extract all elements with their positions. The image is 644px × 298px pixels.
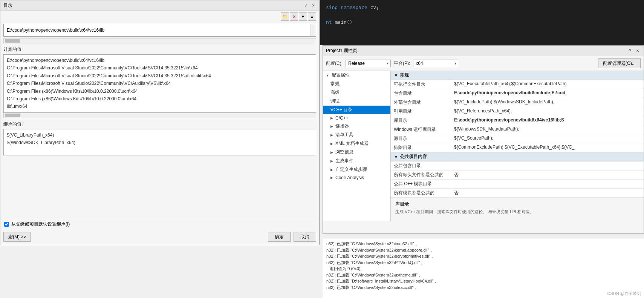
move-up-icon-btn[interactable]: ▲ (308, 12, 316, 21)
tree-item-linker[interactable]: ▶ 链接器 (323, 122, 390, 131)
tree-item-cpp[interactable]: ▶ C/C++ (323, 114, 390, 122)
props-row-src-path[interactable]: 源目录 $(VC_SourcePath); (391, 134, 644, 143)
props-section-general: ▼ 常规 (391, 71, 644, 80)
dir-help-button[interactable]: ? (303, 3, 309, 9)
tree-item-browse[interactable]: ▶ 浏览信息 (323, 148, 390, 157)
tree-item-vcpp-dirs[interactable]: VC++ 目录 (323, 106, 390, 114)
macro-button[interactable]: 宏(M) >> (3, 232, 31, 242)
platform-label: 平台(P): (394, 60, 410, 67)
dir-dialog: 目录 ? ✕ 📁 ✕ ▼ ▲ E:\code\python\opencv\ope… (0, 0, 320, 245)
dir-cancel-button[interactable]: 取消 (294, 232, 316, 242)
console-line-6: n32): 已加载 "C:\Windows\System32\uxtheme.d… (326, 272, 640, 278)
tree-item-xml[interactable]: ▶ XML 文档生成器 (323, 139, 390, 148)
props-name-all-modules-public: 所有模块都是公共的 (391, 189, 451, 197)
props-row-all-headers-public[interactable]: 所有标头文件都是公共的 否 (391, 171, 644, 180)
props-row-ext-include[interactable]: 外部包含目录 $(VC_IncludePath);$(WindowsSDK_In… (391, 98, 644, 107)
props-row-include-path[interactable]: 包含目录 E:\code\python\opencv\opencv\build\… (391, 89, 644, 98)
props-desc-text: 生成 VC++ 项目期间，搜索库文件时使用的路径。 与环境变量 LIB 相对应。 (395, 209, 639, 215)
code-line-3: nt main() (326, 18, 638, 26)
watermark: CSDN @谷子带剑 (607, 291, 641, 296)
props-grid: ▼ 常规 可执行文件目录 $(VC_ExecutablePath_x64);$(… (391, 71, 644, 221)
computed-line-2: C:\Program Files\Microsoft Visual Studio… (7, 64, 313, 72)
config-select[interactable]: Release Debug (346, 60, 391, 67)
delete-icon-btn[interactable]: ✕ (290, 12, 298, 21)
props-row-all-modules-public[interactable]: 所有模块都是公共的 否 (391, 189, 644, 198)
tree-label-advanced: 高级 (330, 89, 340, 96)
dir-close-button[interactable]: ✕ (310, 3, 316, 9)
tree-arrow-cpp: ▶ (330, 116, 333, 120)
tree-label-vcpp-dirs: VC++ 目录 (330, 107, 352, 113)
computed-line-7: lib\um\x64 (7, 103, 313, 110)
tree-arrow-custom-build: ▶ (330, 168, 333, 172)
tree-arrow-manifest: ▶ (330, 133, 333, 137)
inherit-checkbox-row: 从父级或项目默认设置继承(I) (0, 218, 319, 230)
props-name-all-headers-public: 所有标头文件都是公共的 (391, 171, 451, 179)
computed-line-4: C:\Program Files\Microsoft Visual Studio… (7, 80, 313, 87)
computed-section: 计算的值: E:\code\python\opencv\opencv\build… (0, 45, 319, 113)
dir-path-hscrollbar[interactable] (3, 38, 316, 43)
section-arrow-general: ▼ (394, 73, 398, 78)
props-close-button[interactable]: ✕ (635, 48, 641, 54)
inherit-label[interactable]: 从父级或项目默认设置继承(I) (11, 221, 70, 227)
inherited-line-2: $(WindowsSDK_LibraryPath_x64) (7, 139, 313, 146)
props-row-exe-path[interactable]: 可执行文件目录 $(VC_ExecutablePath_x64);$(Commo… (391, 80, 644, 89)
path-scrollbar-right (311, 24, 316, 36)
dir-ok-button[interactable]: 确定 (268, 232, 291, 242)
tree-item-manifest[interactable]: ▶ 清单工具 (323, 131, 390, 139)
props-dialog-titlebar: Project1 属性页 ? ✕ (323, 46, 644, 56)
move-down-icon-btn[interactable]: ▼ (299, 12, 307, 21)
tree-item-code-analysis[interactable]: ▶ Code Analysis (323, 174, 390, 181)
computed-content[interactable]: E:\code\python\opencv\opencv\build\x64\v… (3, 54, 316, 113)
tree-label-code-analysis: Code Analysis (335, 175, 364, 180)
platform-select[interactable]: x64 x86 (413, 60, 458, 67)
props-name-winrt-path: Windows 运行库目录 (391, 125, 451, 134)
props-row-excl-path[interactable]: 排除目录 $(CommonExcludePath);$(VC_Executabl… (391, 143, 644, 152)
props-name-include-path: 包含目录 (391, 89, 451, 98)
inherited-content[interactable]: $(VC_LibraryPath_x64) $(WindowsSDK_Libra… (3, 129, 316, 155)
props-row-ref-path[interactable]: 引用目录 $(VC_ReferencesPath_x64); (391, 107, 644, 116)
tree-item-debug[interactable]: 调试 (323, 97, 390, 106)
computed-line-3: C:\Program Files\Microsoft Visual Studio… (7, 72, 313, 80)
tree-label-browse: 浏览信息 (335, 149, 353, 155)
props-name-src-path: 源目录 (391, 134, 451, 143)
props-row-pub-module-dirs[interactable]: 公共 C++ 模块目录 (391, 180, 644, 189)
inherit-checkbox[interactable] (4, 222, 9, 227)
tree-label-config-props: 配置属性 (332, 72, 350, 78)
tree-item-build-events[interactable]: ▶ 生成事件 (323, 157, 390, 165)
dir-title-buttons: ? ✕ (303, 3, 316, 9)
props-value-all-modules-public: 否 (451, 189, 644, 197)
props-help-button[interactable]: ? (627, 48, 633, 54)
props-row-lib-path[interactable]: 库目录 E:\code\python\opencv\opencv\build\x… (391, 116, 644, 125)
props-name-excl-path: 排除目录 (391, 143, 451, 152)
platform-select-wrapper: x64 x86 (413, 60, 458, 67)
code-editor-bg: sing namespace cv; nt main() (320, 0, 644, 45)
console-line-8: n32): 已加载 "C:\Windows\System32\oleacc.dl… (326, 284, 640, 291)
config-label: 配置(C): (326, 60, 343, 67)
props-config-bar: 配置(C): Release Debug 平台(P): x64 x86 配置管理… (323, 56, 644, 71)
tree-label-custom-build: 自定义生成步骤 (335, 166, 367, 173)
dir-dialog-title: 目录 (3, 2, 12, 9)
dir-dialog-titlebar: 目录 ? ✕ (0, 0, 319, 11)
props-value-ref-path: $(VC_ReferencesPath_x64); (451, 107, 644, 116)
tree-item-custom-build[interactable]: ▶ 自定义生成步骤 (323, 165, 390, 174)
props-body: ▼ 配置属性 常规 高级 调试 VC++ 目录 ▶ C/C++ ▶ 链接器 (323, 71, 644, 221)
tree-label-general: 常规 (330, 81, 340, 87)
dir-path-input[interactable]: E:\code\python\opencv\opencv\build\x64\v… (3, 24, 316, 37)
config-manager-button[interactable]: 配置管理器(O)... (598, 58, 641, 68)
section-label-public: 公共项目内容 (400, 154, 427, 160)
props-section-public: ▼ 公共项目内容 (391, 152, 644, 161)
code-line-2 (326, 11, 638, 19)
props-dialog-title: Project1 属性页 (326, 48, 357, 54)
computed-hscrollbar[interactable] (3, 113, 316, 118)
props-title-buttons: ? ✕ (627, 48, 641, 54)
tree-item-advanced[interactable]: 高级 (323, 88, 390, 97)
computed-hscroll-thumb (5, 114, 20, 117)
folder-icon-btn[interactable]: 📁 (281, 12, 289, 21)
tree-label-manifest: 清单工具 (335, 132, 353, 138)
console-area: n32): 已加载 "C:\Windows\System32\imm32.dll… (323, 238, 644, 298)
computed-header: 计算的值: (0, 45, 319, 54)
tree-item-config-props[interactable]: ▼ 配置属性 (323, 71, 390, 80)
props-row-pub-include[interactable]: 公共包含目录 (391, 161, 644, 171)
tree-item-general[interactable]: 常规 (323, 80, 390, 88)
props-row-winrt-path[interactable]: Windows 运行库目录 $(WindowsSDK_MetadataPath)… (391, 125, 644, 134)
